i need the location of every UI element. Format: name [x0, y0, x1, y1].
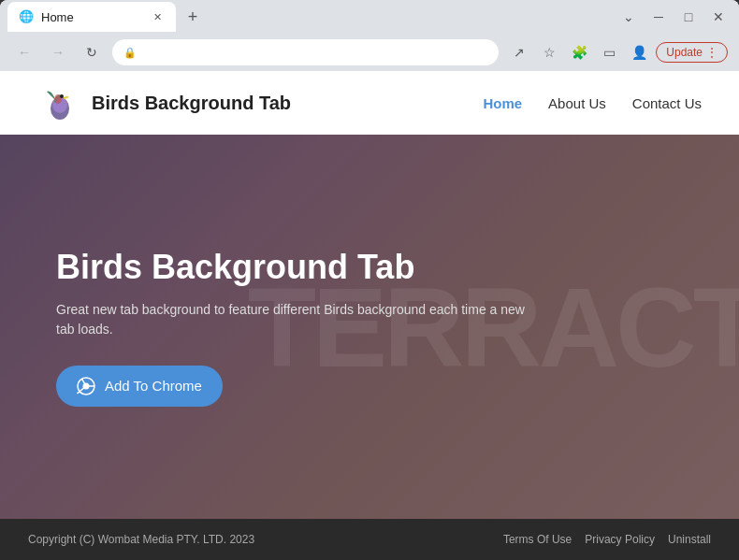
- nav-contact[interactable]: Contact Us: [632, 95, 702, 111]
- address-bar: ← → ↻ 🔒 ↗ ☆ 🧩 ▭ 👤 Update ⋮: [0, 34, 739, 71]
- profile-icon[interactable]: 👤: [626, 39, 652, 65]
- tab-favicon: 🌐: [19, 9, 34, 24]
- nav-home[interactable]: Home: [483, 95, 522, 111]
- share-icon[interactable]: ↗: [506, 39, 532, 65]
- footer-copyright: Copyright (C) Wombat Media PTY. LTD. 202…: [28, 533, 254, 546]
- footer-link-uninstall[interactable]: Uninstall: [668, 533, 711, 546]
- toolbar-icons: ↗ ☆ 🧩 ▭ 👤 Update ⋮: [506, 39, 728, 65]
- footer-links: Terms Of Use Privacy Policy Uninstall: [503, 533, 711, 546]
- site-header: Birds Background Tab Home About Us Conta…: [0, 71, 739, 135]
- title-bar: 🌐 Home ✕ + ⌄ ─ □ ✕: [0, 0, 739, 34]
- tab-close-button[interactable]: ✕: [150, 9, 165, 24]
- lock-icon: 🔒: [123, 47, 137, 59]
- address-input[interactable]: 🔒: [112, 39, 499, 65]
- site-logo: Birds Background Tab: [37, 80, 291, 125]
- sidebar-icon[interactable]: ▭: [596, 39, 622, 65]
- tab-strip: 🌐 Home ✕ +: [7, 0, 612, 34]
- back-button[interactable]: ←: [11, 39, 37, 65]
- active-tab[interactable]: 🌐 Home ✕: [7, 2, 176, 32]
- maximize-window-button[interactable]: □: [675, 4, 702, 30]
- bookmark-icon[interactable]: ☆: [536, 39, 562, 65]
- webpage: Birds Background Tab Home About Us Conta…: [0, 71, 739, 560]
- footer-link-terms[interactable]: Terms Of Use: [503, 533, 572, 546]
- browser-window: 🌐 Home ✕ + ⌄ ─ □ ✕ ← → ↻ 🔒 ↗ ☆ 🧩 ▭ 👤: [0, 0, 739, 560]
- window-controls: ⌄ ─ □ ✕: [616, 4, 732, 30]
- more-icon: ⋮: [706, 46, 717, 59]
- footer-link-privacy[interactable]: Privacy Policy: [585, 533, 655, 546]
- svg-point-3: [60, 94, 64, 98]
- hero-subtitle: Great new tab background to feature diff…: [56, 300, 543, 339]
- minimize-button[interactable]: ⌄: [616, 4, 642, 30]
- site-nav: Home About Us Contact Us: [483, 95, 702, 111]
- hero-section: TERRACT Birds Background Tab Great new t…: [0, 135, 739, 519]
- site-footer: Copyright (C) Wombat Media PTY. LTD. 202…: [0, 519, 739, 560]
- reload-button[interactable]: ↻: [79, 39, 105, 65]
- logo-text: Birds Background Tab: [92, 93, 291, 114]
- hero-content: Birds Background Tab Great new tab backg…: [56, 248, 683, 407]
- add-to-chrome-button[interactable]: Add To Chrome: [56, 366, 223, 407]
- tab-title: Home: [41, 10, 74, 24]
- extensions-icon[interactable]: 🧩: [566, 39, 592, 65]
- forward-button[interactable]: →: [45, 39, 71, 65]
- logo-bird-icon: [37, 80, 82, 125]
- minimize-window-button[interactable]: ─: [645, 4, 672, 30]
- update-button[interactable]: Update ⋮: [656, 42, 728, 63]
- nav-about[interactable]: About Us: [548, 95, 606, 111]
- new-tab-button[interactable]: +: [180, 4, 206, 30]
- close-window-button[interactable]: ✕: [705, 4, 732, 30]
- add-to-chrome-label: Add To Chrome: [105, 378, 202, 394]
- hero-title: Birds Background Tab: [56, 248, 683, 287]
- chrome-icon: [77, 377, 95, 395]
- update-label: Update: [666, 46, 703, 59]
